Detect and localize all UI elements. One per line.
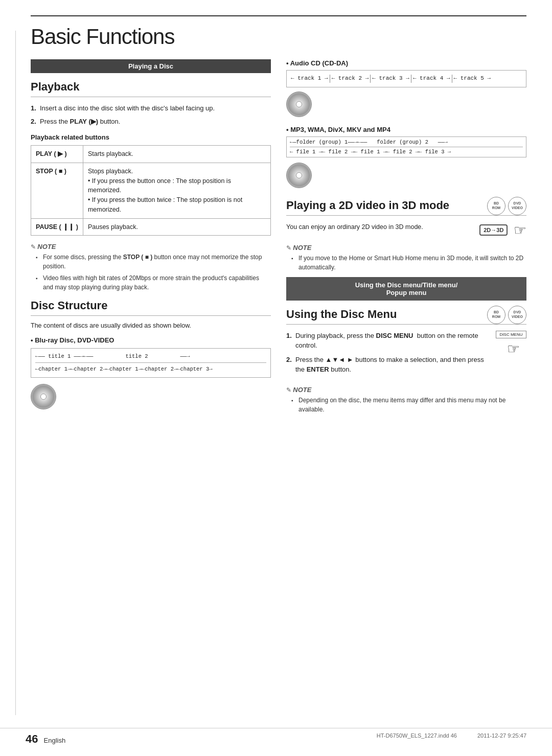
button-desc-play: Starts playback. — [83, 146, 270, 163]
video-2d-controls: 2D→3D ☞ — [479, 222, 526, 239]
footer-filename: HT-D6750W_ELS_1227.indd 46 — [377, 732, 457, 746]
disc-menu-step-2: 2. Press the ▲▼◄ ► buttons to make a sel… — [286, 355, 490, 375]
footer-date: 2011-12-27 9:25:47 — [477, 732, 526, 746]
video-2d-desc: You can enjoy an ordinary 2D video in 3D… — [286, 222, 471, 232]
top-divider — [31, 15, 526, 16]
playback-buttons-table: PLAY ( ▶ ) Starts playback. STOP ( ■ ) S… — [31, 145, 271, 236]
video-2d-title: Playing a 2D video in 3D mode BDROM DVDV… — [286, 199, 526, 216]
mp3-label: • MP3, WMA, DivX, MKV and MP4 — [286, 126, 526, 133]
page-number: 46 — [26, 732, 38, 745]
video-2d-note-box: NOTE If you move to the Home or Smart Hu… — [286, 244, 526, 272]
button-label-play: PLAY ( ▶ ) — [31, 146, 83, 163]
mp3-disc-icon-row — [286, 161, 526, 190]
bluray-diagram: ←—— title 1 ——→←—— title 2 ——→ ←chapter … — [31, 348, 271, 378]
button-desc-pause: Pauses playback. — [83, 218, 270, 236]
note-items-list: For some discs, pressing the STOP ( ■ ) … — [31, 253, 271, 292]
playback-related-buttons-title: Playback related buttons — [31, 133, 271, 141]
disc-structure-title: Disc Structure — [31, 299, 271, 316]
disc-menu-note-box: NOTE Depending on the disc, the menu ite… — [286, 386, 526, 414]
list-item: If you move to the Home or Smart Hub Hom… — [291, 254, 526, 272]
audio-cd-label: • Audio CD (CD-DA) — [286, 59, 526, 67]
dvd-video-badge: DVDVIDEO — [508, 197, 526, 215]
page-title: Basic Functions — [31, 25, 526, 49]
disc-structure-intro: The content of discs are usually divided… — [31, 322, 271, 329]
step-2: 2. Press the PLAY (▶) button. — [31, 117, 271, 127]
bluray-label: • Blu-ray Disc, DVD-VIDEO — [31, 336, 271, 344]
step2-text: Press the PLAY (▶) button. — [40, 118, 120, 125]
audio-cd-disc-icon-row — [286, 89, 526, 119]
footer-left: 46 English — [26, 732, 65, 746]
bluray-disc-icon-row — [31, 382, 271, 411]
dvd-video-badge-2: DVDVIDEO — [508, 306, 526, 324]
button-desc-stop: Stops playback. • If you press the butto… — [83, 163, 270, 218]
disc-menu-hand-icon: ☞ — [507, 340, 520, 357]
list-item: Depending on the disc, the menu items ma… — [291, 396, 526, 414]
note-label: NOTE — [286, 386, 526, 394]
disc-menu-steps-list: 1. During playback, press the DISC MENU … — [286, 331, 490, 375]
page-container: Basic Functions Playing a Disc Playback … — [0, 0, 552, 756]
bd-rom-badge: BDROM — [487, 197, 505, 215]
button-label-stop: STOP ( ■ ) — [31, 163, 83, 218]
mp3-folder-diagram: ←—folder (group) 1——→←—— folder (group) … — [286, 136, 526, 157]
disc-menu-steps-area: 1. During playback, press the DISC MENU … — [286, 331, 490, 381]
table-row: STOP ( ■ ) Stops playback. • If you pres… — [31, 163, 271, 218]
disc-icon — [286, 91, 312, 117]
disc-menu-header: Using the Disc menu/Title menu/ Popup me… — [286, 277, 526, 301]
playback-title: Playback — [31, 80, 271, 97]
disc-menu-badge: DISC MENU — [496, 331, 526, 338]
list-item: For some discs, pressing the STOP ( ■ ) … — [36, 253, 271, 271]
bluray-top-row: ←—— title 1 ——→←—— title 2 ——→ — [35, 352, 266, 361]
left-column: Playing a Disc Playback 1. Insert a disc… — [31, 59, 271, 419]
page-label: English — [44, 737, 66, 744]
audio-cd-diagram: ← track 1 → ← track 2 → ← track 3 → ← tr… — [286, 70, 526, 87]
note-label: NOTE — [286, 244, 526, 251]
video-2d-desc-area: You can enjoy an ordinary 2D video in 3D… — [286, 222, 471, 232]
video-2d-note-list: If you move to the Home or Smart Hub Hom… — [286, 254, 526, 272]
folder-bottom-row: ← file 1 →← file 2 →← file 1 →← file 2 →… — [290, 149, 523, 155]
table-row: PLAY ( ▶ ) Starts playback. — [31, 146, 271, 163]
disc-icon — [31, 384, 56, 409]
note-label: NOTE — [31, 243, 271, 250]
disc-menu-icon-area: DISC MENU ☞ — [496, 331, 526, 357]
disc-menu-content: 1. During playback, press the DISC MENU … — [286, 331, 526, 381]
footer: 46 English HT-D6750W_ELS_1227.indd 46 20… — [0, 728, 552, 746]
main-content: Playing a Disc Playback 1. Insert a disc… — [31, 59, 526, 419]
disc-menu-title: Using the Disc Menu BDROM DVDVIDEO — [286, 308, 526, 325]
bluray-bottom-row: ←chapter 1→←chapter 2→←chapter 1→←chapte… — [35, 362, 266, 374]
table-row: PAUSE ( ❙❙ ) Pauses playback. — [31, 218, 271, 236]
step-1: 1. Insert a disc into the disc slot with… — [31, 103, 271, 113]
disc-menu-badges: BDROM DVDVIDEO — [487, 306, 526, 324]
badge-2d3d: 2D→3D — [479, 224, 508, 236]
playback-note: NOTE For some discs, pressing the STOP (… — [31, 243, 271, 292]
audio-cd-track-row: ← track 1 → ← track 2 → ← track 3 → ← tr… — [291, 74, 522, 84]
disc-menu-step-1: 1. During playback, press the DISC MENU … — [286, 331, 490, 351]
badges-row: BDROM DVDVIDEO — [487, 197, 526, 215]
playback-steps: 1. Insert a disc into the disc slot with… — [31, 103, 271, 126]
disc-icon — [286, 163, 312, 188]
list-item: Video files with high bit rates of 20Mbp… — [36, 273, 271, 292]
bd-rom-badge-2: BDROM — [487, 306, 505, 324]
button-label-pause: PAUSE ( ❙❙ ) — [31, 218, 83, 236]
folder-top-row: ←—folder (group) 1——→←—— folder (group) … — [290, 139, 523, 147]
disc-menu-note-list: Depending on the disc, the menu items ma… — [286, 396, 526, 414]
footer-meta: HT-D6750W_ELS_1227.indd 46 2011-12-27 9:… — [377, 732, 526, 746]
right-column: • Audio CD (CD-DA) ← track 1 → ← track 2… — [286, 59, 526, 419]
hand-icon: ☞ — [514, 222, 526, 239]
video-2d-content: You can enjoy an ordinary 2D video in 3D… — [286, 222, 526, 239]
playing-disc-header: Playing a Disc — [31, 59, 271, 73]
